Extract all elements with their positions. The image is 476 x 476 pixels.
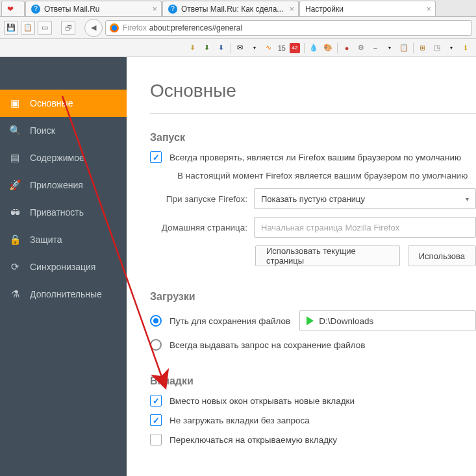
pinned-tab[interactable]: ❤ xyxy=(1,1,25,16)
browser-tab[interactable]: ? Ответы Mail.Ru × xyxy=(25,1,162,16)
checkbox-label: Не загружать вкладки без запроса xyxy=(169,416,310,425)
browser-tab[interactable]: ? Ответы Mail.Ru: Как сдела... × xyxy=(162,1,299,16)
radio-selected[interactable] xyxy=(150,315,162,327)
sidebar-item-advanced[interactable]: ⚗Дополнительные xyxy=(0,281,127,308)
chevron-down-icon: ▾ xyxy=(466,195,469,203)
beaker-icon: ⚗ xyxy=(9,288,21,300)
preferences-content: Основные Запуск ✓ Всегда проверять, явля… xyxy=(127,57,476,476)
mailru-icon: ? xyxy=(168,5,177,14)
tab-label: Ответы Mail.Ru xyxy=(44,5,99,14)
cube-icon[interactable]: ◳ xyxy=(432,43,442,53)
lock-icon: 🔒 xyxy=(9,234,21,245)
minus-icon[interactable]: − xyxy=(370,43,381,53)
checkbox-checked[interactable]: ✓ xyxy=(150,151,162,163)
calendar-icon[interactable]: 42 xyxy=(290,43,300,53)
clipboard-icon[interactable]: 📋 xyxy=(399,43,409,53)
shield-icon[interactable]: ⛨ xyxy=(418,43,428,53)
input-placeholder: Начальная страница Mozilla Firefox xyxy=(261,223,399,232)
download-path-radio-row[interactable]: Путь для сохранения файлов D:\Downloads xyxy=(150,310,476,331)
on-start-label: При запуске Firefox: xyxy=(150,194,247,204)
sidebar-item-label: Содержимое xyxy=(30,153,84,163)
tab-label: Ответы Mail.Ru: Как сдела... xyxy=(181,5,283,14)
on-start-select[interactable]: Показать пустую страницу ▾ xyxy=(254,188,476,209)
page-title: Основные xyxy=(150,81,476,101)
separator xyxy=(304,43,305,53)
addon-toolbar: ⬇ ⬇ ⬇ ✉ ▾ ∿ 15 42 💧 🎨 ● ⚙ − ▾ 📋 ⛨ ◳ ▾ ℹ xyxy=(0,39,476,57)
download-path-field[interactable]: D:\Downloads xyxy=(299,310,476,331)
window-icon[interactable]: 🗗 xyxy=(61,21,75,35)
play-icon xyxy=(307,316,314,325)
droplet-icon[interactable]: 💧 xyxy=(308,43,319,53)
preferences-sidebar: ▣Основные 🔍Поиск ▤Содержимое 🚀Приложения… xyxy=(0,57,127,476)
sidebar-item-label: Приложения xyxy=(30,180,83,190)
sidebar-item-label: Основные xyxy=(30,98,73,108)
sidebar-item-privacy[interactable]: 🕶Приватность xyxy=(0,199,127,226)
download-arrow-icon[interactable]: ⬇ xyxy=(202,43,212,53)
close-icon[interactable]: × xyxy=(152,4,157,14)
checkbox-checked[interactable]: ✓ xyxy=(150,414,162,426)
section-heading-downloads: Загрузки xyxy=(150,291,476,303)
gear-icon[interactable]: ⚙ xyxy=(356,43,366,53)
radio-unselected[interactable] xyxy=(150,339,162,351)
palette-icon[interactable]: 🎨 xyxy=(323,43,333,53)
divider xyxy=(150,113,476,114)
caret-icon: ▾ xyxy=(384,43,395,53)
address-bar[interactable]: Firefox about:preferences#general xyxy=(105,20,472,36)
sidebar-item-content[interactable]: ▤Содержимое xyxy=(0,144,127,171)
homepage-label: Домашняя страница: xyxy=(150,223,247,232)
copy-icon[interactable]: 📋 xyxy=(21,21,35,35)
browser-tab-active[interactable]: Настройки × xyxy=(299,1,436,16)
heart-icon: ❤ xyxy=(7,5,16,14)
rss-icon[interactable]: ∿ xyxy=(264,43,274,53)
sidebar-item-sync[interactable]: ⟳Синхронизация xyxy=(0,253,127,281)
download-ask-radio-row[interactable]: Всегда выдавать запрос на сохранение фай… xyxy=(150,339,476,351)
download-arrow-icon[interactable]: ⬇ xyxy=(216,43,227,53)
default-browser-status: В настоящий момент Firefox является ваши… xyxy=(150,171,476,181)
radio-label: Всегда выдавать запрос на сохранение фай… xyxy=(169,340,366,350)
use-bookmark-button[interactable]: Использова xyxy=(408,245,476,266)
section-heading-startup: Запуск xyxy=(150,132,476,144)
tabs-cb3-row[interactable]: ✓ Переключаться на открываемую вкладку xyxy=(150,434,476,445)
sidebar-item-security[interactable]: 🔒Защита xyxy=(0,226,127,253)
sidebar-item-search[interactable]: 🔍Поиск xyxy=(0,117,127,144)
close-icon[interactable]: × xyxy=(289,4,294,14)
mail-icon[interactable]: ✉ xyxy=(235,43,245,53)
tabs-cb1-row[interactable]: ✓ Вместо новых окон открывать новые вкла… xyxy=(150,395,476,407)
sidebar-item-label: Синхронизация xyxy=(30,262,95,272)
record-icon[interactable]: ● xyxy=(342,43,352,53)
download-path-value: D:\Downloads xyxy=(319,316,373,326)
checkbox-label: Переключаться на открываемую вкладку xyxy=(169,435,337,445)
section-heading-tabs: Вкладки xyxy=(150,375,476,387)
search-icon: 🔍 xyxy=(9,125,21,136)
default-browser-checkbox-row[interactable]: ✓ Всегда проверять, является ли Firefox … xyxy=(150,151,476,163)
sidebar-item-label: Поиск xyxy=(30,125,55,136)
url-text: about:preferences#general xyxy=(149,23,242,32)
use-current-pages-button[interactable]: Использовать текущие страницы xyxy=(255,245,400,266)
mailru-icon: ? xyxy=(31,5,40,14)
checkbox-unchecked[interactable]: ✓ xyxy=(150,434,162,445)
checkbox-label: Вместо новых окон открывать новые вкладк… xyxy=(169,396,355,406)
mask-icon: 🕶 xyxy=(9,207,21,218)
info-icon[interactable]: ℹ xyxy=(460,43,471,53)
identity-label: Firefox xyxy=(123,23,147,32)
tabs-icon[interactable]: ▭ xyxy=(38,21,52,35)
checkbox-checked[interactable]: ✓ xyxy=(150,395,162,407)
back-button[interactable]: ◀ xyxy=(84,19,103,37)
sidebar-item-apps[interactable]: 🚀Приложения xyxy=(0,171,127,199)
download-arrow-icon[interactable]: ⬇ xyxy=(188,43,198,53)
sidebar-item-general[interactable]: ▣Основные xyxy=(0,90,127,117)
counter-badge: 15 xyxy=(278,44,286,52)
close-icon[interactable]: × xyxy=(426,4,431,14)
document-icon: ▤ xyxy=(9,152,21,164)
homepage-input[interactable]: Начальная страница Mozilla Firefox xyxy=(254,217,476,238)
separator xyxy=(413,43,414,53)
caret-icon: ▾ xyxy=(446,43,457,53)
window-icon: ▣ xyxy=(9,97,21,109)
browser-tab-strip: ❤ ? Ответы Mail.Ru × ? Ответы Mail.Ru: К… xyxy=(0,0,476,17)
separator xyxy=(337,43,338,53)
sync-icon: ⟳ xyxy=(9,261,21,273)
tabs-cb2-row[interactable]: ✓ Не загружать вкладки без запроса xyxy=(150,414,476,426)
save-icon[interactable]: 💾 xyxy=(4,21,18,35)
caret-icon: ▾ xyxy=(249,43,260,53)
tab-label: Настройки xyxy=(305,5,344,14)
